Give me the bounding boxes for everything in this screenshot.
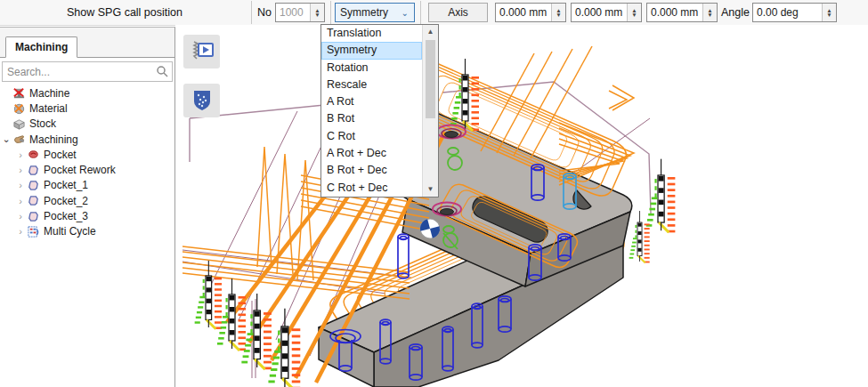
tool-play-icon	[189, 40, 215, 63]
verify-shield-button[interactable]	[183, 84, 220, 117]
offset-x-spinner[interactable]: 0.000 mm ▲▼	[495, 3, 566, 22]
tree-item-label: Pocket_1	[44, 179, 88, 191]
tree-item-label: Pocket_2	[44, 195, 88, 207]
tree-item-label: Machining	[29, 133, 78, 146]
chevron-down-icon: ⌄	[402, 8, 414, 18]
axis-button-label: Axis	[448, 6, 468, 19]
transform-type-value: Symmetry	[340, 6, 388, 19]
tree-item-pocket-3[interactable]: ›Pocket_3	[0, 208, 174, 223]
tree-item-label: Pocket_3	[44, 210, 88, 222]
spg-number-value: 1000	[276, 6, 310, 19]
tree-item-material[interactable]: Material	[0, 101, 174, 116]
toolbar-separator	[420, 1, 421, 24]
angle-label: Angle	[721, 6, 750, 19]
tree-item-label: Material	[29, 102, 68, 115]
tree-item-label: Multi Cycle	[44, 225, 96, 238]
viewport-3d[interactable]	[175, 25, 868, 387]
tree-item-label: Pocket	[44, 149, 77, 161]
tree-item-stock[interactable]: Stock	[0, 117, 174, 132]
axis-button[interactable]: Axis	[428, 3, 488, 22]
tree-item-pocket-2[interactable]: ›Pocket_2	[0, 193, 174, 208]
simulate-toolpath-button[interactable]	[183, 35, 220, 69]
offset-y-spinner[interactable]: 0.000 mm ▲▼	[571, 3, 642, 22]
transform-toolbar: Show SPG call position No 1000 ▲▼ Symmet…	[0, 0, 868, 26]
angle-value: 0.00 deg	[753, 6, 822, 19]
cam-3d-scene	[175, 25, 868, 387]
stock-icon	[12, 117, 26, 131]
show-spg-call-position-label: Show SPG call position	[0, 6, 249, 19]
expander-closed-icon[interactable]: ›	[14, 196, 27, 206]
expander-closed-icon[interactable]: ›	[14, 165, 27, 175]
machining-tree: MachineMaterialStock⌄Machining›Pocket›Po…	[0, 85, 174, 239]
tree-item-label: Pocket Rework	[44, 164, 116, 176]
spinner-arrows-icon[interactable]: ▲▼	[822, 4, 836, 21]
machining-icon	[12, 133, 26, 146]
search-input[interactable]	[3, 62, 172, 81]
scroll-up-icon[interactable]: ▲	[427, 25, 434, 39]
tree-search-box	[2, 61, 173, 82]
tab-machining-label: Machining	[15, 41, 68, 53]
pocket-icon	[27, 194, 40, 207]
expander-closed-icon[interactable]: ›	[14, 226, 27, 237]
spinner-arrows-icon[interactable]: ▲▼	[627, 4, 641, 21]
angle-spinner[interactable]: 0.00 deg ▲▼	[752, 3, 837, 22]
tab-machining[interactable]: Machining	[5, 36, 77, 58]
tree-item-pocket[interactable]: ›Pocket	[0, 147, 174, 162]
dropdown-option[interactable]: B Rot	[321, 110, 422, 127]
pocket-icon	[27, 164, 40, 177]
tree-item-machine[interactable]: Machine	[0, 85, 174, 101]
dropdown-option[interactable]: B Rot + Dec	[321, 162, 422, 179]
tree-item-label: Machine	[29, 87, 69, 100]
dropdown-option[interactable]: Symmetry	[321, 42, 422, 59]
sidebar-tabstrip: Machining	[0, 28, 174, 58]
toolbar-separator	[330, 1, 331, 24]
offset-z-spinner[interactable]: 0.000 mm ▲▼	[646, 3, 718, 22]
expander-open-icon[interactable]: ⌄	[0, 133, 12, 145]
transform-type-combobox[interactable]: Symmetry ⌄	[335, 3, 415, 22]
expander-closed-icon[interactable]: ›	[14, 149, 27, 160]
dropdown-option[interactable]: A Rot + Dec	[321, 145, 422, 162]
tree-item-multi-cycle[interactable]: ›Multi Cycle	[0, 224, 174, 239]
scroll-down-icon[interactable]: ▼	[427, 182, 434, 197]
dropdown-items: TranslationSymmetryRotationRescaleA RotB…	[321, 25, 422, 197]
search-icon	[156, 65, 168, 77]
spinner-arrows-icon[interactable]: ▲▼	[551, 4, 565, 21]
no-label: No	[257, 6, 272, 19]
dropdown-option[interactable]: Rotation	[321, 60, 422, 77]
machine-icon	[12, 86, 26, 100]
offset-z-value: 0.000 mm	[647, 6, 702, 19]
tree-item-label: Stock	[29, 117, 56, 130]
spinner-arrows-icon[interactable]: ▲▼	[702, 4, 717, 21]
expander-closed-icon[interactable]: ›	[14, 211, 27, 222]
pocket-icon	[27, 179, 40, 192]
dropdown-option[interactable]: C Rot + Dec	[321, 180, 422, 197]
tree-item-pocket-1[interactable]: ›Pocket_1	[0, 178, 174, 193]
multicycle-icon	[27, 225, 40, 238]
transform-dropdown-list: TranslationSymmetryRotationRescaleA RotB…	[320, 24, 439, 198]
dropdown-option[interactable]: A Rot	[321, 93, 422, 110]
shield-dots-icon	[192, 89, 212, 112]
expander-closed-icon[interactable]: ›	[14, 180, 27, 190]
offset-y-value: 0.000 mm	[572, 6, 627, 19]
spg-number-spinner[interactable]: 1000 ▲▼	[275, 3, 325, 22]
pocket-red-icon	[27, 148, 40, 161]
machining-manager-panel: Machining MachineMaterialStock⌄Machining…	[0, 27, 175, 387]
dropdown-option[interactable]: Translation	[321, 25, 422, 42]
tree-item-machining[interactable]: ⌄Machining	[0, 132, 174, 147]
tree-item-pocket-rework[interactable]: ›Pocket Rework	[0, 162, 174, 177]
scroll-thumb[interactable]	[426, 40, 435, 118]
dropdown-scrollbar[interactable]: ▲ ▼	[422, 25, 438, 197]
spinner-arrows-icon[interactable]: ▲▼	[310, 4, 324, 21]
toolbar-separator	[251, 1, 252, 24]
material-icon	[12, 101, 26, 115]
dropdown-option[interactable]: C Rot	[321, 128, 422, 145]
app-window: { "toolbar": { "show_spg_label": "Show S…	[0, 0, 868, 387]
offset-x-value: 0.000 mm	[496, 6, 551, 19]
pocket-icon	[27, 210, 40, 223]
dropdown-option[interactable]: Rescale	[321, 77, 422, 93]
